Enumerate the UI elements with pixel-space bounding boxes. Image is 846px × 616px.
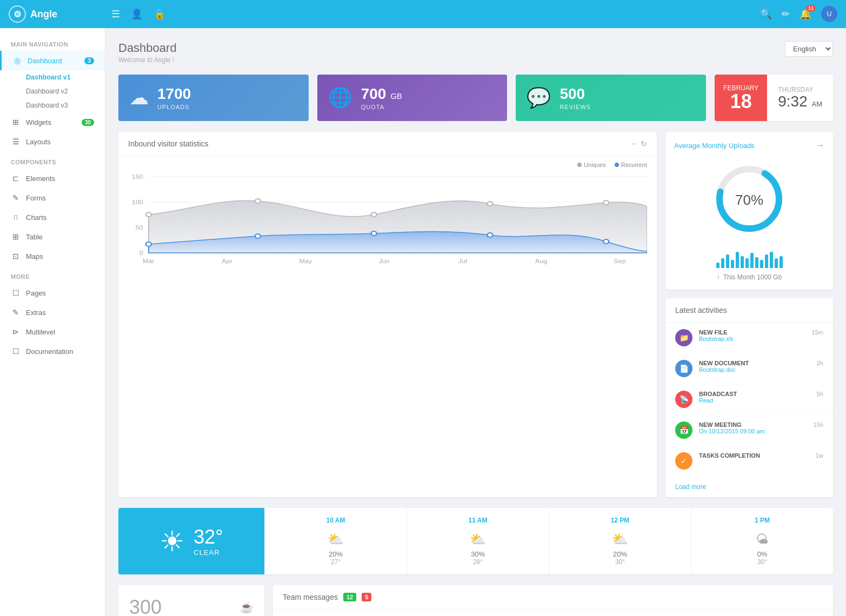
chart-actions: − ↻ (632, 139, 647, 148)
notification-icon[interactable]: 🔔 11 (800, 8, 811, 20)
forecast-pct-1pm: 0% (757, 550, 768, 558)
svg-point-16 (487, 233, 492, 237)
sidebar-label-forms: Forms (26, 194, 46, 202)
bar-14 (780, 256, 783, 268)
sidebar-item-widgets[interactable]: ⊞ Widgets 30 (0, 112, 105, 132)
weather-temp: 32° (194, 526, 223, 548)
multilevel-icon: ⊳ (11, 327, 21, 336)
main-layout: Main Navigation ◎ Dashboard 3 Dashboard … (0, 28, 846, 616)
progress-header: 300 ☕ (129, 596, 254, 616)
quota-label: QUOTA (361, 104, 402, 110)
sidebar-item-table[interactable]: ⊞ Table (0, 227, 105, 246)
search-icon[interactable]: 🔍 (760, 8, 772, 20)
chart-legend: Uniques Recurrent (128, 162, 647, 168)
bar-11 (765, 255, 768, 268)
language-select[interactable]: English French Spanish (785, 41, 833, 57)
activity-file-content: NEW FILE Bootstrap.xls (699, 329, 805, 342)
sidebar-label-charts: Charts (26, 213, 46, 222)
topnav-right: 🔍 ✏ 🔔 11 U (760, 6, 837, 22)
upload-footer-icon: ↑ (717, 273, 720, 281)
donut-bars (674, 249, 824, 268)
sidebar-item-multilevel[interactable]: ⊳ Multilevel (0, 322, 105, 342)
forecast-icon-10am: ⛅ (328, 532, 344, 547)
stat-card-reviews-info: 500 REVIEWS (559, 85, 591, 110)
brand-icon: ⚙ (9, 5, 26, 23)
weather-info: 32° CLEAR (194, 526, 223, 557)
sidebar-label-extras: Extras (26, 309, 46, 317)
activity-tasks-time: 1w (816, 452, 823, 459)
progress-number: 300 (129, 596, 162, 616)
uploads-icon: ☁ (129, 86, 149, 109)
lock-icon[interactable]: 🔒 (154, 8, 165, 20)
weather-forecast-12pm: 12 PM ⛅ 20% 30° (549, 508, 691, 574)
svg-point-9 (255, 199, 261, 203)
forecast-icon-1pm: 🌤 (756, 532, 769, 547)
activity-document-content: NEW DOCUMENT Bootstrap.doc (699, 360, 810, 373)
bar-7 (745, 258, 749, 268)
messages-header: Team messages 12 5 (273, 585, 833, 610)
activity-meeting-sub: On 10/12/2015 09:00 am (699, 428, 807, 434)
top-navbar: ⚙ Angle ☰ 👤 🔒 🔍 ✏ 🔔 11 U (0, 0, 846, 28)
message-item-catherine[interactable]: CE Catherine Ellis Cras sit amet nibh li… (273, 610, 833, 616)
visitor-chart-card: Inbound visitor statistics − ↻ Uniques R… (118, 132, 657, 497)
layouts-icon: ☰ (11, 137, 21, 146)
reviews-icon: 💬 (527, 86, 551, 109)
sidebar-item-dashboard[interactable]: ◎ Dashboard 3 (0, 51, 105, 70)
pencil-icon[interactable]: ✏ (782, 8, 790, 20)
more-section-title: More (0, 266, 105, 283)
sidebar-sub-dashboard-v1[interactable]: Dashboard v1 (0, 70, 105, 84)
bar-10 (760, 260, 763, 268)
refresh-icon[interactable]: ↻ (641, 139, 647, 148)
user-icon[interactable]: 👤 (131, 8, 143, 20)
sun-icon: ☀ (159, 525, 185, 558)
sidebar-item-maps[interactable]: ⊡ Maps (0, 246, 105, 266)
sidebar-sub-dashboard-v2[interactable]: Dashboard v2 (0, 84, 105, 98)
document-activity-icon: 📄 (675, 360, 692, 377)
bar-13 (775, 258, 778, 268)
topnav-icons: ☰ 👤 🔒 (111, 8, 165, 20)
weather-forecast-1pm: 1 PM 🌤 0% 30° (691, 508, 833, 574)
svg-point-13 (146, 242, 151, 246)
date-left: February 18 (715, 75, 767, 121)
date-time: 9:32 AM (778, 93, 822, 110)
sidebar-item-documentation[interactable]: ☐ Documentation (0, 342, 105, 361)
svg-text:Jul: Jul (458, 258, 467, 264)
dashboard-icon: ◎ (12, 56, 22, 65)
forecast-time-10am: 10 AM (327, 517, 345, 524)
date-day: 18 (723, 92, 758, 111)
sidebar-item-forms[interactable]: ✎ Forms (0, 188, 105, 207)
menu-icon[interactable]: ☰ (111, 8, 120, 20)
svg-point-10 (371, 212, 377, 217)
svg-point-14 (255, 234, 261, 238)
sidebar-item-extras[interactable]: ✎ Extras (0, 303, 105, 322)
page-title: Dashboard (118, 41, 177, 55)
sidebar-item-elements[interactable]: ⊏ Elements (0, 169, 105, 188)
sidebar-item-pages[interactable]: ☐ Pages (0, 283, 105, 303)
broadcast-activity-icon: 📡 (675, 391, 692, 408)
avatar[interactable]: U (821, 6, 837, 22)
messages-badge-count: 12 (343, 593, 356, 601)
activity-item-file: 📁 NEW FILE Bootstrap.xls 15m (665, 323, 833, 353)
weather-desc: CLEAR (194, 548, 223, 557)
minimize-icon[interactable]: − (632, 139, 636, 148)
donut-arrow-icon[interactable]: → (816, 140, 824, 150)
stat-card-reviews: 💬 500 REVIEWS (516, 75, 706, 121)
sidebar-item-charts[interactable]: ⎍ Charts (0, 207, 105, 227)
activity-broadcast-time: 5h (817, 391, 823, 397)
bar-9 (755, 257, 758, 268)
stat-card-uploads: ☁ 1700 UPLOADS (118, 75, 309, 121)
donut-card: Average Monthly Uploads → 70% (665, 132, 833, 290)
brand-name: Angle (30, 9, 57, 20)
sidebar-item-layouts[interactable]: ☰ Layouts (0, 132, 105, 151)
svg-text:Apr: Apr (222, 258, 232, 264)
sidebar-sub-dashboard-v3[interactable]: Dashboard v3 (0, 98, 105, 112)
brand: ⚙ Angle (9, 5, 111, 23)
main-content: Dashboard Welcome to Angle ! English Fre… (105, 28, 846, 616)
activity-broadcast-name: BROADCAST (699, 391, 810, 397)
quota-number: 700 GB (361, 85, 402, 103)
activity-item-tasks: ✓ TASKS COMPLETION 1w (665, 446, 833, 477)
svg-text:150: 150 (132, 174, 143, 180)
svg-text:50: 50 (136, 225, 143, 231)
load-more-button[interactable]: Load more (665, 477, 833, 497)
svg-point-17 (603, 239, 609, 244)
